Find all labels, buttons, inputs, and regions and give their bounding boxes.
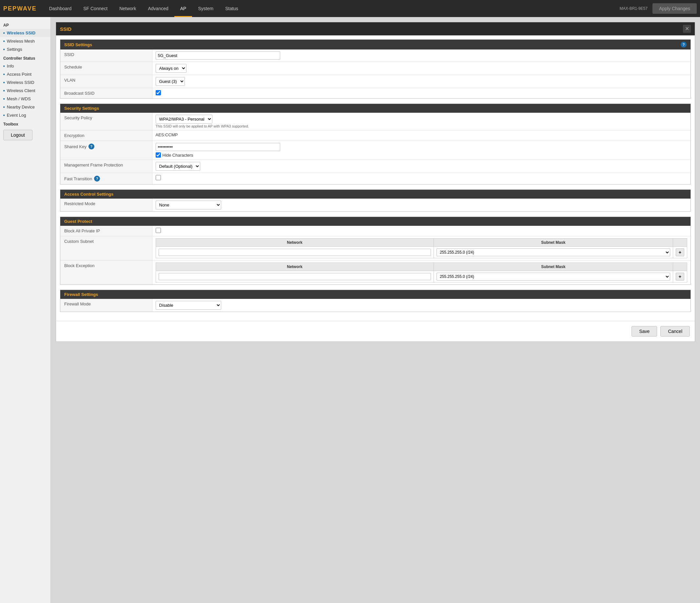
sidebar-item-wireless-mesh[interactable]: Wireless Mesh	[0, 37, 50, 45]
custom-subnet-table: Network Subnet Mask	[156, 238, 688, 258]
guest-protect-header: Guest Protect	[60, 217, 691, 226]
block-private-ip-checkbox[interactable]	[156, 228, 161, 233]
restricted-mode-label: Restricted Mode	[60, 199, 152, 211]
block-exception-data-row: 255.255.255.0 (/24) +	[156, 271, 687, 282]
custom-subnet-network-input[interactable]	[158, 249, 431, 256]
logout-button[interactable]: Logout	[3, 130, 32, 140]
sidebar-item-wireless-ssid-ctrl[interactable]: Wireless SSID	[0, 78, 50, 86]
block-exception-add-cell: +	[673, 271, 687, 282]
restricted-mode-row: Restricted Mode None	[60, 199, 691, 211]
firewall-settings-table: Firewall Mode Disable	[60, 299, 691, 312]
block-exception-add-button[interactable]: +	[676, 273, 684, 280]
shared-key-text: Shared Key	[64, 144, 86, 149]
security-policy-row: Security Policy WPA2/WPA3 - Personal Thi…	[60, 113, 691, 130]
schedule-value: Always on	[152, 62, 691, 75]
restricted-mode-select[interactable]: None	[156, 201, 221, 209]
broadcast-ssid-checkbox[interactable]	[156, 90, 161, 95]
security-policy-select[interactable]: WPA2/WPA3 - Personal	[156, 115, 212, 124]
panel-body: SSID Settings ? SSID Schedule	[56, 35, 695, 321]
custom-subnet-header-row: Network Subnet Mask	[156, 238, 687, 247]
schedule-label: Schedule	[60, 62, 152, 75]
firewall-mode-label: Firewall Mode	[60, 299, 152, 312]
sidebar: AP Wireless SSID Wireless Mesh Settings …	[0, 17, 51, 603]
block-exception-header-row: Network Subnet Mask	[156, 263, 687, 271]
sidebar-wireless-ssid-ctrl-label: Wireless SSID	[7, 80, 34, 85]
hide-chars-checkbox[interactable]	[156, 152, 161, 158]
custom-subnet-add-button[interactable]: +	[676, 248, 684, 256]
vlan-select[interactable]: Guest (3)	[156, 77, 185, 86]
vlan-row: VLAN Guest (3)	[60, 75, 691, 88]
sidebar-wireless-client-label: Wireless Client	[7, 88, 35, 93]
hide-chars-label: Hide Characters	[162, 153, 193, 158]
main-content: SSID ✕ SSID Settings ? SSID	[51, 17, 700, 603]
restricted-mode-value: None	[152, 199, 691, 211]
sidebar-wireless-ssid-label: Wireless SSID	[7, 30, 35, 35]
mgmt-frame-select[interactable]: Default (Optional)	[156, 162, 200, 171]
logo: PEPWAVE	[3, 5, 37, 12]
nav-network[interactable]: Network	[114, 0, 142, 17]
cancel-button[interactable]: Cancel	[660, 326, 690, 336]
schedule-select[interactable]: Always on	[156, 64, 186, 73]
schedule-row: Schedule Always on	[60, 62, 691, 75]
ssid-row: SSID	[60, 49, 691, 62]
vlan-label: VLAN	[60, 75, 152, 88]
nav-status[interactable]: Status	[219, 0, 244, 17]
block-exception-table: Network Subnet Mask	[156, 262, 688, 282]
custom-subnet-value: Network Subnet Mask	[152, 236, 691, 260]
guest-protect-title: Guest Protect	[64, 219, 92, 224]
sidebar-item-nearby-device[interactable]: Nearby Device	[0, 103, 50, 111]
sidebar-item-mesh-wds[interactable]: Mesh / WDS	[0, 95, 50, 103]
sidebar-item-wireless-ssid[interactable]: Wireless SSID	[0, 29, 50, 37]
sidebar-item-settings[interactable]: Settings	[0, 45, 50, 53]
bottom-buttons: Save Cancel	[56, 321, 695, 342]
encryption-label: Encryption	[60, 130, 152, 141]
access-control-header: Access Control Settings	[60, 190, 691, 199]
encryption-text: AES:CCMP	[156, 132, 178, 137]
block-exception-value: Network Subnet Mask	[152, 260, 691, 285]
mgmt-frame-row: Management Frame Protection Default (Opt…	[60, 160, 691, 173]
firewall-mode-value: Disable	[152, 299, 691, 312]
device-label: MAX-BR1-9E57	[620, 6, 648, 11]
custom-subnet-mask-select[interactable]: 255.255.255.0 (/24)	[436, 248, 670, 256]
fast-transition-checkbox[interactable]	[156, 175, 161, 180]
security-policy-value: WPA2/WPA3 - Personal This SSID will only…	[152, 113, 691, 130]
guest-protect-table: Block All Private IP Custom Subnet Netwo…	[60, 226, 691, 284]
shared-key-input[interactable]	[156, 143, 280, 151]
save-button[interactable]: Save	[631, 326, 657, 336]
ssid-panel-title: SSID	[60, 26, 71, 32]
encryption-row: Encryption AES:CCMP	[60, 130, 691, 141]
block-exception-row: Block Exception Network Subnet Mask	[60, 260, 691, 285]
ssid-settings-title: SSID Settings	[64, 42, 92, 47]
sidebar-controller-section: Controller Status	[0, 53, 50, 62]
shared-key-label-container: Shared Key ?	[64, 144, 148, 149]
ssid-settings-help-icon[interactable]: ?	[681, 42, 686, 48]
sidebar-item-info[interactable]: Info	[0, 62, 50, 70]
nav-ap[interactable]: AP	[174, 0, 192, 17]
security-settings-header: Security Settings	[60, 104, 691, 113]
sidebar-settings-label: Settings	[7, 47, 22, 52]
nav-advanced[interactable]: Advanced	[142, 0, 174, 17]
block-exception-mask-select[interactable]: 255.255.255.0 (/24)	[436, 273, 670, 280]
shared-key-help-icon[interactable]: ?	[89, 144, 94, 149]
nav-menu: Dashboard SF Connect Network Advanced AP…	[43, 0, 620, 17]
block-exception-network-input[interactable]	[158, 273, 431, 280]
fast-transition-value	[152, 173, 691, 184]
nav-sf-connect[interactable]: SF Connect	[77, 0, 114, 17]
ssid-input[interactable]	[156, 51, 280, 60]
sidebar-item-event-log[interactable]: Event Log	[0, 111, 50, 119]
block-private-ip-value	[152, 226, 691, 236]
shared-key-value: Hide Characters	[152, 141, 691, 160]
fast-transition-row: Fast Transition ?	[60, 173, 691, 184]
sidebar-item-wireless-client[interactable]: Wireless Client	[0, 86, 50, 95]
sidebar-nearby-device-label: Nearby Device	[7, 104, 35, 109]
panel-close-button[interactable]: ✕	[683, 25, 691, 33]
custom-subnet-network-cell	[156, 247, 433, 258]
fast-transition-help-icon[interactable]: ?	[94, 176, 100, 181]
firewall-mode-select[interactable]: Disable	[156, 301, 221, 310]
apply-changes-button[interactable]: Apply Changes	[652, 3, 697, 14]
custom-subnet-row: Custom Subnet Network Subnet Mask	[60, 236, 691, 260]
firewall-settings-header: Firewall Settings	[60, 290, 691, 299]
nav-dashboard[interactable]: Dashboard	[43, 0, 78, 17]
nav-system[interactable]: System	[192, 0, 219, 17]
sidebar-item-access-point[interactable]: Access Point	[0, 70, 50, 78]
